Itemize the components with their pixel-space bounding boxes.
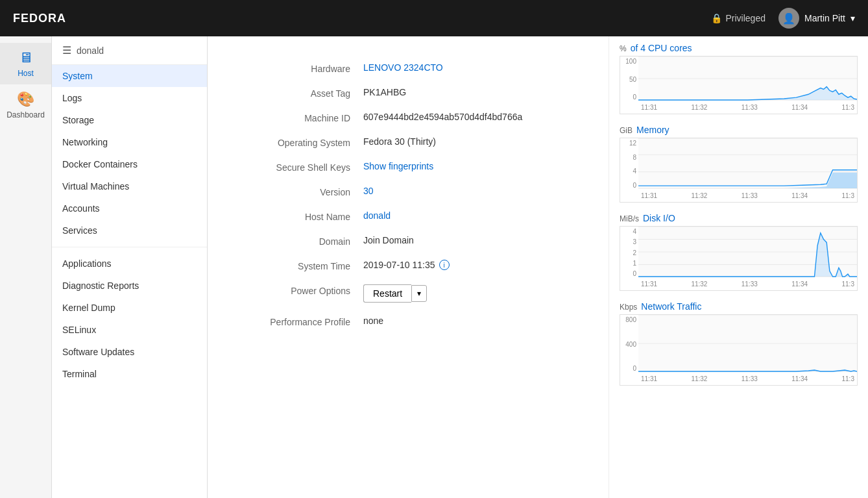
network-chart xyxy=(638,315,857,372)
avatar: 👤 xyxy=(778,8,799,29)
disk-graph-section: MiB/s Disk I/O 4 3 2 1 0 xyxy=(620,213,858,291)
network-plot xyxy=(638,315,857,372)
memory-y-labels: 12 8 4 0 xyxy=(620,138,638,189)
system-time-text[interactable]: 2019-07-10 11:35 xyxy=(363,260,435,270)
memory-graph-header: GiB Memory xyxy=(620,125,858,135)
perf-profile-value: none xyxy=(363,316,583,326)
system-time-label: System Time xyxy=(234,260,363,271)
hostname-row: Host Name donald xyxy=(234,204,583,229)
network-unit: Kbps xyxy=(620,303,637,312)
memory-graph-section: GiB Memory 12 8 4 0 xyxy=(620,125,858,203)
topnav: FEDORA 🔒 Privileged 👤 Martin Pitt ▾ xyxy=(0,0,868,36)
restart-dropdown-button[interactable]: ▾ xyxy=(411,285,427,302)
lock-icon: 🔒 xyxy=(711,13,722,23)
asset-tag-row: Asset Tag PK1AHBG xyxy=(234,81,583,105)
memory-title: Memory xyxy=(636,125,669,135)
disk-unit: MiB/s xyxy=(620,214,639,223)
user-menu[interactable]: 👤 Martin Pitt ▾ xyxy=(778,8,855,29)
version-value[interactable]: 30 xyxy=(363,186,583,196)
system-info-panel: Hardware LENOVO 2324CTO Asset Tag PK1AHB… xyxy=(208,36,609,498)
dashboard-icon: 🎨 xyxy=(17,91,34,108)
privileged-badge[interactable]: 🔒 Privileged xyxy=(711,13,766,23)
nav-item-storage[interactable]: Storage xyxy=(52,109,207,131)
nav-item-applications[interactable]: Applications xyxy=(52,253,207,275)
restart-btn-group: Restart ▾ xyxy=(363,284,583,303)
network-xaxis: 11:3111:3211:3311:3411:3 xyxy=(638,372,857,385)
cpu-graph-header: % of 4 CPU cores xyxy=(620,43,858,53)
domain-label: Domain xyxy=(234,235,363,247)
nav-item-services[interactable]: Services xyxy=(52,219,207,242)
system-time-row: System Time 2019-07-10 11:35 i xyxy=(234,253,583,278)
topnav-right: 🔒 Privileged 👤 Martin Pitt ▾ xyxy=(711,8,856,29)
main-layout: 🖥 Host 🎨 Dashboard ☰ donald System Logs … xyxy=(0,36,868,498)
restart-button[interactable]: Restart xyxy=(363,284,411,303)
machine-id-value: 607e9444bd2e4594ab570d4df4bd766a xyxy=(363,112,583,122)
ssh-row: Secure Shell Keys Show fingerprints xyxy=(234,155,583,179)
nav-item-kernel[interactable]: Kernel Dump xyxy=(52,297,207,319)
cpu-title: of 4 CPU cores xyxy=(631,43,692,53)
os-row: Operating System Fedora 30 (Thirty) xyxy=(234,130,583,155)
icon-sidebar: 🖥 Host 🎨 Dashboard xyxy=(0,36,52,498)
network-graph-container: 800 400 0 xyxy=(620,314,858,386)
cpu-unit: % xyxy=(620,44,627,53)
nav-item-selinux[interactable]: SELinux xyxy=(52,319,207,341)
version-row: Version 30 xyxy=(234,179,583,204)
disk-plot xyxy=(638,227,857,277)
nav-item-terminal[interactable]: Terminal xyxy=(52,363,207,385)
main-content: Hardware LENOVO 2324CTO Asset Tag PK1AHB… xyxy=(208,36,868,498)
nav-item-vms[interactable]: Virtual Machines xyxy=(52,175,207,197)
cpu-chart xyxy=(638,56,857,101)
version-label: Version xyxy=(234,186,363,197)
perf-profile-row: Performance Profile none xyxy=(234,309,583,334)
nav-item-docker[interactable]: Docker Containers xyxy=(52,153,207,175)
ssh-value[interactable]: Show fingerprints xyxy=(363,161,583,171)
sidebar-item-host[interactable]: 🖥 Host xyxy=(0,43,51,84)
power-options-label: Power Options xyxy=(234,284,363,296)
nav-sidebar: ☰ donald System Logs Storage Networking … xyxy=(52,36,208,498)
cpu-graph-container: 100 50 0 xyxy=(620,56,858,114)
hardware-value[interactable]: LENOVO 2324CTO xyxy=(363,62,583,73)
info-icon[interactable]: i xyxy=(439,260,450,270)
machine-id-row: Machine ID 607e9444bd2e4594ab570d4df4bd7… xyxy=(234,105,583,130)
os-value: Fedora 30 (Thirty) xyxy=(363,136,583,147)
nav-divider xyxy=(52,247,207,247)
sidebar-item-dashboard[interactable]: 🎨 Dashboard xyxy=(0,84,51,126)
nav-item-system[interactable]: System xyxy=(52,65,207,87)
disk-graph-container: 4 3 2 1 0 xyxy=(620,226,858,291)
network-y-labels: 800 400 0 xyxy=(620,315,638,372)
hostname-value[interactable]: donald xyxy=(363,210,583,221)
cpu-graph-section: % of 4 CPU cores 100 50 0 xyxy=(620,43,858,114)
network-graph-header: Kbps Network Traffic xyxy=(620,301,858,312)
chevron-down-icon: ▾ xyxy=(850,13,855,23)
nav-item-logs[interactable]: Logs xyxy=(52,87,207,109)
memory-chart xyxy=(638,138,857,189)
machine-id-label: Machine ID xyxy=(234,112,363,123)
cpu-plot xyxy=(638,56,857,101)
hostname-label: Host Name xyxy=(234,210,363,222)
power-options-row: Power Options Restart ▾ xyxy=(234,278,583,309)
perf-profile-label: Performance Profile xyxy=(234,316,363,327)
disk-xaxis: 11:3111:3211:3311:3411:3 xyxy=(638,277,857,290)
asset-tag-value: PK1AHBG xyxy=(363,87,583,97)
nav-item-accounts[interactable]: Accounts xyxy=(52,197,207,219)
graphs-panel: % of 4 CPU cores 100 50 0 xyxy=(609,36,868,498)
disk-chart xyxy=(638,227,857,277)
cpu-y-labels: 100 50 0 xyxy=(620,56,638,101)
host-icon: 🖥 xyxy=(19,49,33,66)
nav-item-networking[interactable]: Networking xyxy=(52,131,207,153)
sidebar-item-dashboard-label: Dashboard xyxy=(6,110,45,119)
asset-tag-label: Asset Tag xyxy=(234,87,363,99)
memory-graph-container: 12 8 4 0 xyxy=(620,138,858,203)
hardware-label: Hardware xyxy=(234,62,363,74)
domain-row: Domain Join Domain xyxy=(234,229,583,253)
sidebar-item-host-label: Host xyxy=(18,69,34,78)
page-icon: ☰ xyxy=(62,44,71,56)
user-name: Martin Pitt xyxy=(804,13,845,23)
ssh-label: Secure Shell Keys xyxy=(234,161,363,173)
nav-item-diagnostic[interactable]: Diagnostic Reports xyxy=(52,275,207,297)
app-brand: FEDORA xyxy=(13,12,66,25)
hardware-row: Hardware LENOVO 2324CTO xyxy=(234,56,583,81)
nav-item-updates[interactable]: Software Updates xyxy=(52,341,207,363)
info-table: Hardware LENOVO 2324CTO Asset Tag PK1AHB… xyxy=(234,56,583,334)
disk-graph-header: MiB/s Disk I/O xyxy=(620,213,858,223)
